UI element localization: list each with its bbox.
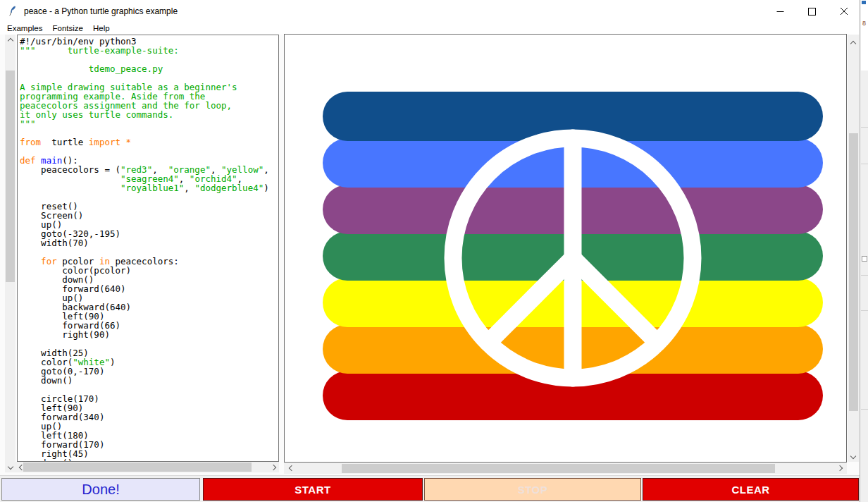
code-hscroll-thumb[interactable] xyxy=(23,463,252,472)
canvas-vscroll-thumb[interactable] xyxy=(849,133,858,411)
code-vscroll-thumb[interactable] xyxy=(6,71,15,282)
screen: peace - a Python turtle graphics example… xyxy=(0,0,868,502)
divider xyxy=(861,127,868,128)
background-window-checkbox xyxy=(862,256,867,262)
button-bar: Done! START STOP CLEAR xyxy=(0,475,860,502)
scroll-down-button[interactable] xyxy=(848,451,859,462)
scroll-up-button[interactable] xyxy=(848,37,859,48)
title-bar: peace - a Python turtle graphics example xyxy=(0,0,860,23)
chevron-right-icon xyxy=(270,464,275,470)
scroll-right-button[interactable] xyxy=(835,463,845,473)
menu-item-fontsize[interactable]: Fontsize xyxy=(48,23,88,35)
chevron-down-icon xyxy=(850,453,856,458)
maximize-button[interactable] xyxy=(796,0,828,23)
divider xyxy=(861,275,868,276)
close-button[interactable] xyxy=(828,0,860,23)
menu-item-examples[interactable]: Examples xyxy=(2,23,48,35)
code-editor-pane[interactable]: #!/usr/bin/env python3""" turtle-example… xyxy=(17,35,279,462)
canvas-horizontal-scrollbar[interactable] xyxy=(284,463,847,474)
background-window-icon xyxy=(862,1,866,4)
chevron-up-icon xyxy=(7,38,13,44)
chevron-left-icon xyxy=(289,465,294,470)
canvas-vertical-scrollbar[interactable] xyxy=(848,35,859,462)
menu-bar: ExamplesFontsizeHelp xyxy=(0,23,860,35)
turtle-canvas xyxy=(284,34,847,463)
peace-symbol xyxy=(285,35,846,462)
start-button[interactable]: START xyxy=(203,478,423,501)
source-code: #!/usr/bin/env python3""" turtle-example… xyxy=(18,35,278,462)
scroll-right-button[interactable] xyxy=(268,462,279,472)
content-area: #!/usr/bin/env python3""" turtle-example… xyxy=(0,35,860,475)
tk-feather-icon xyxy=(7,6,18,17)
background-window-strip: 8 xyxy=(860,0,868,502)
divider xyxy=(861,310,868,311)
code-vertical-scrollbar[interactable] xyxy=(5,35,16,472)
scroll-down-button[interactable] xyxy=(5,462,16,472)
scroll-up-button[interactable] xyxy=(5,35,16,45)
chevron-down-icon xyxy=(7,463,13,469)
clear-button[interactable]: CLEAR xyxy=(643,478,859,501)
peace-left-leg xyxy=(488,258,573,343)
chevron-right-icon xyxy=(836,465,842,470)
code-horizontal-scrollbar[interactable] xyxy=(16,462,279,472)
turtledemo-window: peace - a Python turtle graphics example… xyxy=(0,0,860,502)
divider xyxy=(861,164,868,164)
canvas-hscroll-thumb[interactable] xyxy=(342,464,775,473)
status-label: Done! xyxy=(1,478,200,501)
chevron-up-icon xyxy=(850,41,856,47)
stop-button[interactable]: STOP xyxy=(424,478,641,501)
divider xyxy=(861,409,868,410)
minimize-button[interactable] xyxy=(764,0,796,23)
scroll-left-button[interactable] xyxy=(285,463,296,473)
menu-item-help[interactable]: Help xyxy=(88,23,115,35)
background-window-area xyxy=(861,0,868,71)
window-title: peace - a Python turtle graphics example xyxy=(24,0,178,23)
peace-right-leg xyxy=(573,258,657,343)
background-window-text: 8 xyxy=(862,20,866,27)
